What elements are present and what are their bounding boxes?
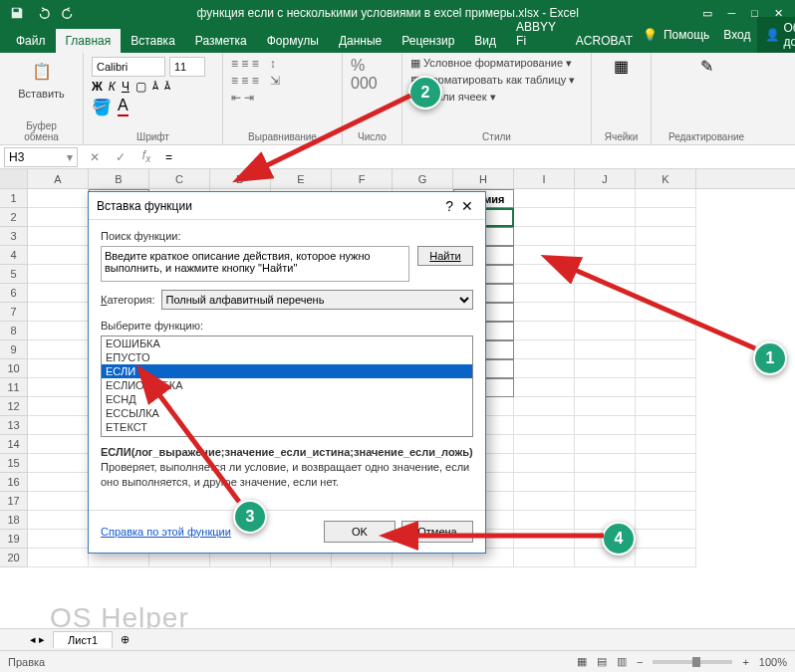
col-header[interactable]: H	[453, 169, 514, 188]
zoom-level[interactable]: 100%	[759, 656, 787, 668]
cell[interactable]	[636, 208, 696, 227]
cell[interactable]	[28, 208, 89, 227]
cell[interactable]	[575, 340, 636, 359]
row-header[interactable]: 16	[0, 473, 28, 492]
redo-icon[interactable]	[60, 4, 78, 22]
sheet-tab[interactable]: Лист1	[53, 631, 113, 648]
cell[interactable]	[636, 265, 696, 284]
cell[interactable]	[514, 359, 575, 378]
tab-home[interactable]: Главная	[56, 29, 122, 53]
cell[interactable]	[636, 549, 696, 567]
cell[interactable]	[636, 322, 696, 340]
font-name[interactable]: Calibri	[92, 57, 165, 77]
tab-abbyy[interactable]: ABBYY Fi	[506, 15, 566, 53]
search-input[interactable]	[101, 246, 409, 282]
row-header[interactable]: 12	[0, 397, 28, 416]
col-header[interactable]: G	[393, 169, 453, 188]
select-all-corner[interactable]	[0, 169, 28, 188]
cell[interactable]	[514, 246, 575, 265]
row-header[interactable]: 13	[0, 416, 28, 435]
cell[interactable]	[514, 189, 575, 208]
save-icon[interactable]	[8, 4, 26, 22]
fill-color-button[interactable]: 🪣	[92, 98, 112, 116]
cell[interactable]	[514, 378, 575, 397]
underline-button[interactable]: Ч	[122, 80, 130, 94]
cell[interactable]	[28, 284, 89, 303]
cell[interactable]	[575, 359, 636, 378]
cell[interactable]	[575, 397, 636, 416]
cell[interactable]	[28, 265, 89, 284]
row-header[interactable]: 14	[0, 435, 28, 454]
signin[interactable]: Вход	[723, 28, 750, 42]
cell[interactable]	[514, 284, 575, 303]
cell[interactable]	[28, 340, 89, 359]
row-header[interactable]: 17	[0, 492, 28, 511]
name-box[interactable]: H3▾	[4, 147, 78, 167]
row-header[interactable]: 20	[0, 549, 28, 567]
cell[interactable]	[28, 246, 89, 265]
undo-icon[interactable]	[34, 4, 52, 22]
row-header[interactable]: 7	[0, 303, 28, 322]
function-list[interactable]: ЕОШИБКАЕПУСТОЕСЛИЕСЛИОШИБКАЕСНДЕССЫЛКАЕТ…	[101, 336, 473, 437]
cell[interactable]	[575, 473, 636, 492]
cell[interactable]	[636, 303, 696, 322]
cell[interactable]	[636, 227, 696, 246]
cell[interactable]	[28, 511, 89, 530]
zoom-out-icon[interactable]: −	[637, 656, 643, 668]
function-item[interactable]: ЕПУСТО	[102, 350, 472, 364]
cell[interactable]	[575, 227, 636, 246]
add-sheet-icon[interactable]: ⊕	[121, 633, 130, 646]
cell[interactable]	[28, 322, 89, 340]
cell[interactable]	[575, 322, 636, 340]
cell[interactable]	[636, 378, 696, 397]
cell[interactable]	[514, 416, 575, 435]
row-header[interactable]: 11	[0, 378, 28, 397]
cancel-button[interactable]: Отмена	[401, 521, 473, 543]
cell[interactable]	[636, 246, 696, 265]
cell[interactable]	[575, 435, 636, 454]
cell[interactable]	[636, 340, 696, 359]
cell[interactable]	[514, 340, 575, 359]
dialog-close-icon[interactable]: ✕	[457, 198, 477, 214]
view-normal-icon[interactable]: ▦	[577, 655, 587, 668]
paste-button[interactable]: Вставить	[18, 88, 65, 100]
cell[interactable]	[636, 492, 696, 511]
zoom-slider[interactable]	[653, 660, 732, 664]
dialog-help-icon[interactable]: ?	[441, 198, 457, 214]
ok-button[interactable]: OK	[324, 521, 396, 543]
cell[interactable]	[514, 208, 575, 227]
view-break-icon[interactable]: ▥	[617, 655, 627, 668]
fx-icon[interactable]: fx	[133, 148, 159, 164]
cell[interactable]	[514, 473, 575, 492]
cell[interactable]	[575, 303, 636, 322]
cell[interactable]	[28, 227, 89, 246]
cell[interactable]	[28, 416, 89, 435]
function-item[interactable]: ЕТЕКСТ	[102, 420, 472, 434]
tab-file[interactable]: Файл	[6, 29, 56, 53]
row-header[interactable]: 10	[0, 359, 28, 378]
cell[interactable]	[575, 378, 636, 397]
cancel-formula-icon[interactable]: ✕	[82, 150, 108, 164]
cell[interactable]	[514, 322, 575, 340]
cell[interactable]	[514, 492, 575, 511]
tab-data[interactable]: Данные	[329, 29, 392, 53]
cell[interactable]	[28, 473, 89, 492]
cell[interactable]	[514, 530, 575, 549]
col-header[interactable]: J	[575, 169, 636, 188]
function-item[interactable]: ЕСЛИ	[102, 364, 472, 378]
cell[interactable]	[575, 454, 636, 473]
cell[interactable]	[28, 303, 89, 322]
row-header[interactable]: 2	[0, 208, 28, 227]
cell[interactable]	[636, 284, 696, 303]
row-header[interactable]: 8	[0, 322, 28, 340]
cell[interactable]	[514, 511, 575, 530]
cell[interactable]	[636, 397, 696, 416]
italic-button[interactable]: К	[109, 80, 116, 94]
row-header[interactable]: 9	[0, 340, 28, 359]
cell[interactable]	[636, 435, 696, 454]
cell[interactable]	[514, 265, 575, 284]
tab-layout[interactable]: Разметка	[185, 29, 257, 53]
row-header[interactable]: 6	[0, 284, 28, 303]
cell[interactable]	[28, 359, 89, 378]
cell[interactable]	[28, 530, 89, 549]
